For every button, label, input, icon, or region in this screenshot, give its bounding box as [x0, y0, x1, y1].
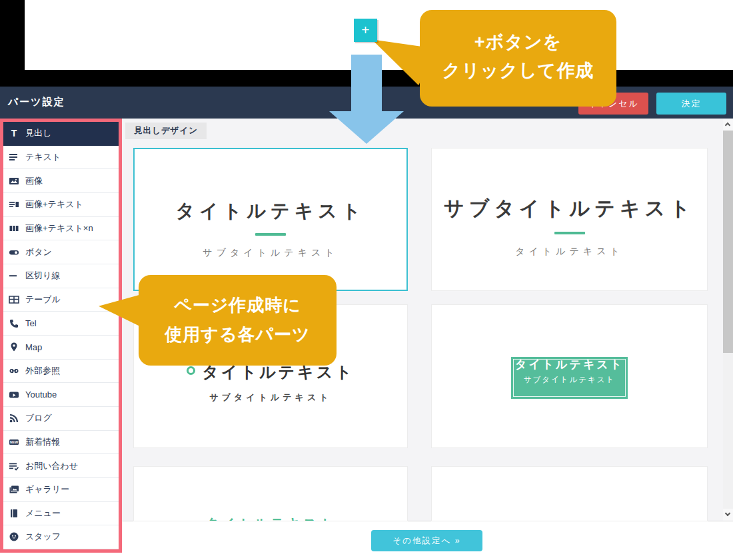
image-text-n-icon — [9, 223, 19, 234]
sidebar-item-label: 画像+テキスト×n — [25, 222, 93, 234]
sidebar-item-youtube[interactable]: Youtube — [3, 383, 119, 407]
sidebar-item-label: 外部参照 — [25, 365, 60, 377]
tel-icon — [9, 318, 19, 329]
sidebar-item-table[interactable]: テーブル — [3, 288, 119, 312]
sidebar-item-external[interactable]: 外部参照 — [3, 360, 119, 384]
sidebar-item-blog[interactable]: ブログ — [3, 407, 119, 431]
green-box-inner-border — [513, 359, 626, 397]
gallery-icon — [9, 484, 19, 495]
sidebar-item-heading[interactable]: T見出し — [3, 122, 119, 146]
scrollbar-thumb[interactable] — [723, 131, 733, 353]
callout-create: +ボタンを クリックして作成 — [420, 10, 616, 107]
sidebar-item-label: Youtube — [25, 390, 57, 400]
sidebar-item-label: メニュー — [25, 507, 61, 519]
chevron-down-icon — [725, 511, 730, 516]
news-icon: NEW — [9, 437, 19, 447]
sidebar-item-label: Map — [25, 342, 42, 352]
map-icon — [9, 342, 19, 352]
other-settings-button[interactable]: その他設定へ » — [371, 530, 482, 551]
green-title-box: タイトルテキスト サブタイトルテキスト — [511, 357, 628, 399]
button-icon — [9, 247, 19, 258]
sidebar-item-image-text[interactable]: 画像+テキスト — [3, 193, 119, 217]
scrollbar-down-button[interactable] — [723, 509, 733, 521]
sidebar-item-menu[interactable]: メニュー — [3, 502, 119, 526]
sidebar-item-image[interactable]: 画像 — [3, 169, 119, 193]
sidebar-item-label: 画像 — [25, 175, 43, 187]
sidebar-item-label: 新着情報 — [25, 436, 60, 448]
circle-bullet-icon — [187, 366, 195, 375]
design-underline-bar — [255, 233, 286, 236]
sidebar-item-button[interactable]: ボタン — [3, 240, 119, 264]
sidebar-item-staff[interactable]: スタッフ — [3, 525, 119, 549]
heading-icon: T — [9, 128, 19, 139]
design-title-text: タイトルテキスト — [202, 363, 355, 381]
sidebar-item-list: T見出しテキスト画像画像+テキスト画像+テキスト×nボタン区切り線テーブルTel… — [3, 122, 119, 549]
modal-title: パーツ設定 — [8, 96, 65, 109]
tab-heading-design[interactable]: 見出しデザイン — [125, 123, 207, 139]
sidebar-item-label: ブログ — [25, 412, 52, 424]
image-text-icon — [9, 199, 19, 210]
design-card-partial[interactable]: タイトルテキスト — [133, 466, 408, 521]
design-title-text-cutoff: タイトルテキスト — [134, 515, 407, 521]
sidebar-item-map[interactable]: Map — [3, 336, 119, 360]
sidebar-item-label: ギャラリー — [25, 483, 69, 495]
blog-icon — [9, 413, 19, 423]
parts-sidebar: T見出しテキスト画像画像+テキスト画像+テキスト×nボタン区切り線テーブルTel… — [0, 119, 122, 553]
table-icon — [9, 294, 19, 305]
design-card-underline-title[interactable]: タイトルテキスト サブタイトルテキスト — [133, 148, 408, 291]
design-title-text: サブタイトルテキスト — [432, 195, 707, 222]
sidebar-item-label: ボタン — [25, 246, 52, 258]
callout-parts: ページ作成時に 使用する各パーツ — [139, 275, 337, 366]
text-icon — [9, 152, 19, 162]
staff-icon — [9, 531, 19, 542]
sidebar-item-contact[interactable]: お問い合わせ — [3, 454, 119, 478]
sidebar-item-label: Tel — [25, 318, 37, 328]
confirm-button[interactable]: 決定 — [656, 93, 726, 115]
youtube-icon — [9, 390, 19, 400]
menu-icon — [9, 508, 19, 519]
sidebar-item-label: テーブル — [25, 294, 61, 306]
scrollbar-up-button[interactable] — [723, 119, 733, 131]
divider-icon — [9, 270, 19, 281]
svg-text:NEW: NEW — [10, 440, 18, 444]
svg-text:T: T — [11, 128, 17, 139]
design-card-underline-subtitle[interactable]: サブタイトルテキスト タイトルテキスト — [431, 148, 708, 291]
sidebar-item-image-text-n[interactable]: 画像+テキスト×n — [3, 217, 119, 241]
image-icon — [9, 176, 19, 186]
callout-parts-line2: 使用する各パーツ — [139, 320, 337, 349]
contact-icon — [9, 461, 19, 471]
design-card-green-box[interactable]: タイトルテキスト サブタイトルテキスト — [431, 304, 708, 448]
external-link-icon — [9, 366, 19, 376]
design-subtitle-text: タイトルテキスト — [432, 246, 707, 258]
sidebar-item-label: 画像+テキスト — [25, 198, 83, 210]
sidebar-item-divider[interactable]: 区切り線 — [3, 264, 119, 288]
chevron-up-icon — [725, 123, 730, 128]
design-subtitle-text: サブタイトルテキスト — [135, 247, 406, 259]
scrollbar[interactable] — [723, 119, 733, 521]
annotation-arrow-down-shaft — [351, 55, 382, 112]
callout-create-line1: +ボタンを — [420, 28, 616, 57]
design-card-partial-empty[interactable] — [431, 466, 708, 521]
sidebar-item-label: 区切り線 — [25, 270, 60, 282]
sidebar-item-text[interactable]: テキスト — [3, 146, 119, 170]
sidebar-item-label: 見出し — [25, 127, 51, 139]
design-underline-bar — [554, 232, 585, 234]
sidebar-item-gallery[interactable]: ギャラリー — [3, 478, 119, 502]
design-title-text: タイトルテキスト — [135, 198, 406, 224]
sidebar-item-label: スタッフ — [25, 531, 61, 543]
sidebar-item-tel[interactable]: Tel — [3, 312, 119, 336]
sidebar-item-label: お問い合わせ — [25, 460, 78, 472]
callout-create-line2: クリックして作成 — [420, 57, 616, 85]
sidebar-item-news[interactable]: NEW新着情報 — [3, 431, 119, 455]
design-subtitle-text: サブタイトルテキスト — [134, 392, 407, 404]
add-part-button[interactable]: + — [354, 19, 377, 42]
callout-parts-line1: ページ作成時に — [139, 290, 337, 320]
sidebar-item-label: テキスト — [25, 151, 61, 163]
